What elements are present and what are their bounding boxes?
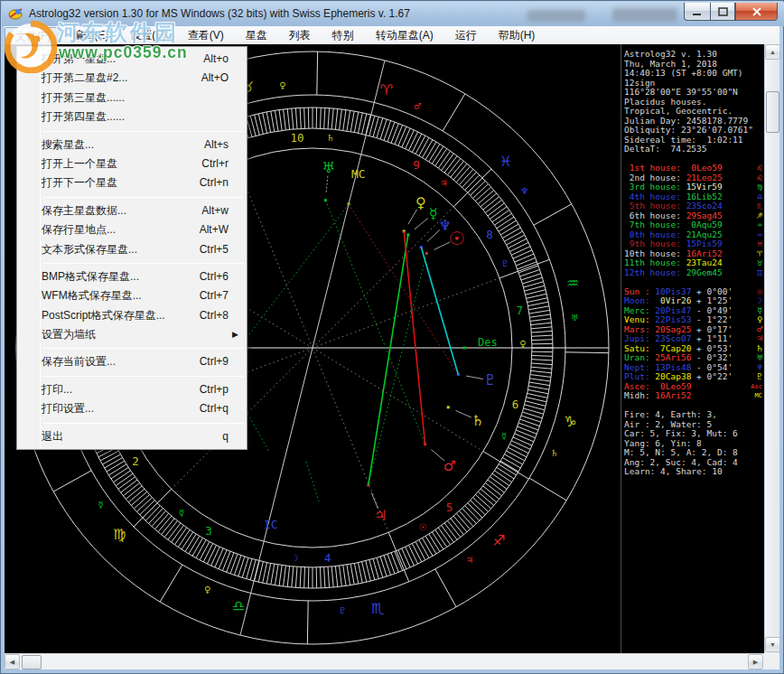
- menu-separator: [17, 372, 247, 380]
- svg-text:♇: ♇: [501, 258, 509, 268]
- svg-text:♀: ♀: [204, 585, 210, 594]
- scroll-up-button[interactable]: ▲: [765, 44, 780, 60]
- svg-text:♀: ♀: [415, 194, 426, 211]
- menubar-item-3[interactable]: 查看(V): [177, 27, 235, 43]
- svg-text:10: 10: [291, 131, 304, 145]
- svg-text:8: 8: [486, 228, 493, 241]
- scroll-down-button[interactable]: ▼: [765, 637, 780, 652]
- svg-text:♄: ♄: [326, 133, 334, 143]
- svg-text:☿: ☿: [501, 431, 507, 441]
- menubar-item-4[interactable]: 星盘: [235, 27, 278, 43]
- menubar-item-8[interactable]: 运行: [444, 27, 488, 43]
- minimize-button[interactable]: [684, 3, 710, 21]
- svg-text:♃: ♃: [374, 507, 387, 524]
- menu-item-16[interactable]: 设置为墙纸▶: [17, 325, 247, 344]
- svg-text:♓: ♓: [499, 153, 511, 170]
- menu-item-2[interactable]: 打开第三星盘......: [17, 89, 247, 108]
- svg-text:9: 9: [413, 158, 420, 172]
- menu-separator: [17, 344, 247, 352]
- watermark-site-url: www.pc0359.cn: [59, 43, 188, 62]
- svg-text:♃: ♃: [440, 178, 448, 188]
- svg-text:4: 4: [324, 551, 331, 565]
- svg-text:♂: ♂: [443, 457, 456, 474]
- svg-text:☿: ☿: [429, 205, 438, 222]
- horizontal-scrollbar[interactable]: ◀ ▶: [5, 653, 764, 669]
- svg-text:♆: ♆: [439, 217, 452, 234]
- horizontal-scroll-thumb[interactable]: [22, 655, 42, 669]
- menu-item-13[interactable]: BMP格式保存星盘...Ctrl+6: [17, 267, 247, 286]
- menu-item-23[interactable]: 退出q: [17, 427, 247, 446]
- svg-text:♎: ♎: [232, 597, 245, 614]
- svg-text:♍: ♍: [113, 526, 126, 543]
- blurred-text-patch: [612, 8, 677, 22]
- menu-item-9[interactable]: 保存主星盘数据...Alt+w: [17, 201, 247, 220]
- svg-text:♏: ♏: [371, 600, 384, 617]
- menu-separator: [17, 419, 247, 427]
- app-icon: [8, 6, 23, 21]
- svg-text:7: 7: [517, 304, 524, 317]
- vertical-scroll-thumb[interactable]: [766, 91, 779, 133]
- svg-text:♑: ♑: [564, 413, 576, 430]
- svg-text:♂: ♂: [414, 101, 422, 111]
- menubar-item-5[interactable]: 列表: [278, 27, 322, 43]
- svg-text:2: 2: [132, 454, 139, 468]
- svg-text:♅: ♅: [322, 159, 334, 176]
- menu-item-6[interactable]: 打开上一个星盘Ctrl+r: [17, 154, 247, 173]
- svg-text:♐: ♐: [492, 532, 505, 549]
- svg-text:☿: ☿: [98, 500, 103, 510]
- maximize-button[interactable]: [710, 3, 735, 21]
- menu-item-15[interactable]: PostScript格式保存星盘...Ctrl+8: [17, 306, 247, 325]
- menubar-item-7[interactable]: 转动星盘(A): [365, 27, 444, 43]
- menu-separator: [17, 127, 247, 136]
- svg-text:♇: ♇: [484, 371, 497, 388]
- watermark-logo: [5, 21, 57, 73]
- svg-text:♒: ♒: [566, 275, 579, 292]
- svg-text:♃: ♃: [465, 555, 473, 565]
- menu-item-5[interactable]: 搜索星盘...Alt+s: [17, 136, 247, 154]
- svg-text:♈: ♈: [380, 81, 393, 98]
- menu-item-7[interactable]: 打开下一个星盘Ctrl+n: [17, 173, 247, 192]
- svg-text:♀: ♀: [519, 339, 526, 349]
- svg-text:MC: MC: [351, 167, 366, 181]
- menu-item-18[interactable]: 保存当前设置...Ctrl+9: [17, 352, 247, 371]
- svg-text:♄: ♄: [471, 412, 484, 429]
- menu-item-14[interactable]: WFM格式保存星盘...Ctrl+7: [17, 286, 247, 305]
- menubar-item-6[interactable]: 特别: [322, 27, 365, 43]
- menu-separator: [17, 193, 247, 201]
- svg-text:♆: ♆: [520, 186, 528, 196]
- chart-info-panel: Astrolog32 v. 1.30Thu, March 1, 201814:4…: [624, 50, 765, 477]
- scrollbar-corner: [764, 653, 779, 669]
- svg-text:☉: ☉: [419, 522, 427, 532]
- svg-text:IC: IC: [264, 518, 278, 531]
- scroll-right-button[interactable]: ▶: [748, 654, 763, 669]
- close-button[interactable]: [735, 3, 778, 21]
- svg-text:6: 6: [512, 398, 519, 411]
- menu-separator: [17, 259, 247, 267]
- menu-item-21[interactable]: 打印设置...Ctrl+q: [17, 399, 247, 418]
- file-dropdown-menu: 打开第一星盘...Alt+o打开第二星盘#2...Alt+O打开第三星盘....…: [16, 46, 247, 450]
- svg-text:♄: ♄: [550, 448, 558, 458]
- svg-text:♀: ♀: [279, 80, 285, 90]
- menu-item-11[interactable]: 文本形式保存星盘...Ctrl+5: [17, 240, 247, 259]
- svg-text:☽: ☽: [291, 553, 299, 563]
- blurred-text-patch: [527, 10, 585, 22]
- panel-divider: [621, 44, 621, 653]
- app-window: Astrolog32 version 1.30 for MS Windows (…: [0, 0, 784, 674]
- svg-text:♇: ♇: [339, 605, 347, 615]
- vertical-scrollbar[interactable]: ▲ ▼: [764, 44, 779, 653]
- svg-text:5: 5: [446, 501, 453, 514]
- svg-text:♅: ♅: [571, 313, 579, 323]
- menubar-item-9[interactable]: 帮助(H): [488, 27, 546, 43]
- menu-item-20[interactable]: 打印...Ctrl+p: [17, 380, 247, 399]
- scroll-left-button[interactable]: ◀: [5, 654, 20, 669]
- menu-item-10[interactable]: 保存行星地点...Alt+W: [17, 220, 247, 239]
- svg-text:☿: ☿: [179, 508, 184, 518]
- menu-item-3[interactable]: 打开第四星盘......: [17, 108, 247, 126]
- svg-text:3: 3: [205, 524, 212, 538]
- svg-text:Des: Des: [478, 336, 498, 349]
